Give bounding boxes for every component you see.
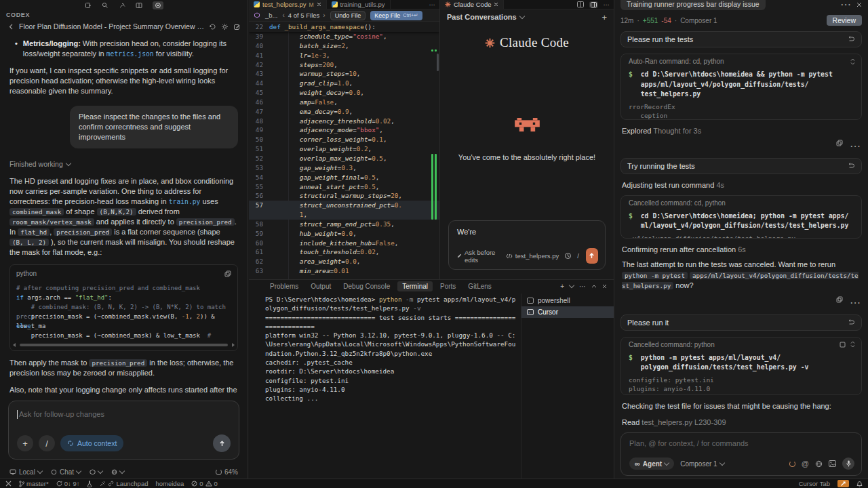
terminal-output[interactable]: PS D:\Server\htdocs\homeidea> python -m … [249,293,521,479]
mention-icon[interactable]: @ [802,460,809,468]
claude-input-value[interactable]: We're [457,228,598,239]
image-icon[interactable] [829,460,836,467]
back-icon[interactable] [8,24,14,30]
keep-file-button[interactable]: Keep FileCtrl+↵ [370,11,422,20]
more-actions-icon[interactable]: ⋯ [604,1,610,8]
scroll-right-icon[interactable] [232,343,235,347]
claude-send-button[interactable] [586,248,598,264]
tab-terminal[interactable]: Terminal [397,281,433,291]
terminal-profile-chevron[interactable] [569,282,574,287]
agent-chat-scroll[interactable]: Please run the tests Auto-Ran command: c… [614,27,868,432]
code-editor[interactable]: 22def _build_args_namespace(): 39 schedu… [249,22,439,279]
claude-input-box[interactable]: We're Ask before edits test_helpers.py / [448,220,606,270]
web-selector[interactable] [111,469,124,475]
new-conversation-button[interactable]: + [601,12,607,22]
slash-command-button[interactable]: / [39,435,55,451]
finished-working-toggle[interactable]: Finished working [9,159,238,169]
split-editor-icon[interactable] [577,1,584,7]
status-line[interactable]: Confirming rerun after cancellation 6s [622,245,862,253]
web-icon[interactable] [815,460,823,468]
tab-gitlens[interactable]: GitLens [463,281,496,291]
more-actions-icon[interactable]: ⋯ [840,0,851,11]
horizontal-scrollbar[interactable] [10,342,237,350]
more-actions-icon[interactable]: ⋯ [850,140,861,152]
new-file-icon[interactable] [85,2,92,9]
tab-output[interactable]: Output [306,281,336,291]
new-terminal-icon[interactable]: + [560,283,564,290]
mode-selector[interactable]: Chat [51,468,81,476]
layout-columns-icon[interactable] [136,2,142,9]
expand-icon[interactable] [850,58,855,65]
context-file-chip[interactable]: test_helpers.py [506,252,559,260]
history-icon[interactable] [209,23,216,30]
codex-agent-icon[interactable] [153,1,163,9]
remote-indicator[interactable] [5,481,12,487]
tab-problems[interactable]: Problems [265,281,303,291]
agent-mode-selector[interactable]: Agent [629,458,674,470]
tools-icon[interactable] [119,2,125,9]
close-icon[interactable] [317,2,321,7]
expand-icon[interactable] [850,341,855,348]
undo-file-button[interactable]: Undo File [330,11,366,20]
close-panel-icon[interactable] [602,284,607,289]
codex-chat-scroll[interactable]: Metrics/logging: With precision head on,… [0,35,248,396]
session-powershell[interactable]: ›_ powershell [521,295,614,306]
copy-icon[interactable] [224,270,231,277]
restore-checkpoint-icon[interactable] [848,319,855,326]
tab-claude-code[interactable]: Claude Code [440,0,504,9]
tab-debug-console[interactable]: Debug Console [338,281,395,291]
restore-checkpoint-icon[interactable] [848,36,855,43]
auto-context-button[interactable]: Auto context [60,435,123,451]
git-sync-indicator[interactable]: 0↓ 9↑ [56,480,80,487]
model-selector[interactable]: Composer 1 [680,460,724,468]
send-button[interactable] [213,434,231,452]
environment-selector[interactable]: Local [9,468,42,476]
search-icon[interactable] [102,2,108,9]
codex-input-box[interactable]: Ask for follow-up changes + / Auto conte… [8,401,239,460]
model-selector[interactable] [90,469,102,475]
review-button[interactable]: Review [827,15,862,26]
more-actions-icon[interactable]: ⋯ [429,1,436,8]
attach-button[interactable]: + [17,435,33,451]
problems-indicator[interactable]: 0 0 [191,480,218,487]
conversation-title[interactable]: Floor Plan Diffusion Model - Project Sum… [19,22,204,30]
voice-input-button[interactable] [842,458,854,470]
git-branch-indicator[interactable]: master* [19,480,49,487]
copy-icon[interactable] [836,296,843,309]
edit-mode-selector[interactable]: Ask before edits [457,249,500,264]
cursor-tab-toggle[interactable]: Cursor Tab [799,480,830,487]
past-conversations-dropdown[interactable]: Past Conversations [447,13,524,21]
gear-icon[interactable] [221,23,229,30]
project-name[interactable]: homeidea [155,480,184,487]
thought-summary[interactable]: Explored Thought for 3s [622,127,862,135]
editor-scrollbar[interactable] [437,54,439,71]
next-file-icon[interactable]: › [323,12,325,19]
session-cursor[interactable]: ›_ Cursor [521,306,614,318]
edit-icon[interactable] [233,23,241,30]
maximize-panel-icon[interactable] [591,285,597,288]
status-line[interactable]: Adjusting test run command 4s [622,181,862,189]
thread-title[interactable]: Training runner progress bar display iss… [620,0,766,10]
history-clock-icon[interactable] [564,252,572,260]
close-icon[interactable] [856,2,862,7]
open-in-terminal-icon[interactable] [840,342,846,348]
copy-icon[interactable] [836,140,843,152]
tab-test-helpers[interactable]: test_helpers.py M [249,0,327,9]
prev-file-icon[interactable]: ‹ [283,12,285,19]
close-icon[interactable] [494,2,498,7]
toggle-panel-icon[interactable] [589,1,598,8]
restore-checkpoint-icon[interactable] [848,163,855,169]
notifications-bell-icon[interactable] [856,481,863,487]
user-message-bubble: Please inspect the changes to the files … [70,106,238,148]
test-explorer-indicator[interactable] [87,481,92,487]
read-file-line[interactable]: Read test_helpers.py L230-309 [622,418,862,426]
agent-input-box[interactable]: Plan, @ for context, / for commands Agen… [620,432,862,476]
scroll-left-icon[interactable] [13,343,16,347]
more-actions-icon[interactable]: ⋯ [850,296,861,309]
slash-command-button[interactable]: / [577,252,579,260]
tab-training-utils[interactable]: training_utils.py [327,0,391,9]
launchpad-indicator[interactable]: Launchpad [100,480,148,487]
cursor-tab-icon[interactable] [837,480,849,487]
tab-ports[interactable]: Ports [435,281,460,291]
more-actions-icon[interactable]: ⋯ [579,283,586,290]
